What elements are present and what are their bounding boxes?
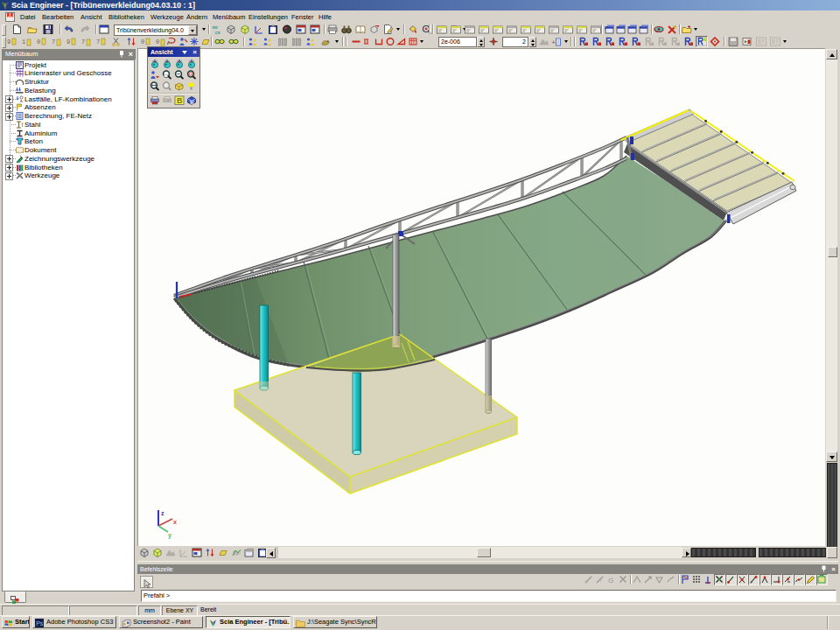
svg-text:cm: cm [215,31,220,35]
svg-text:Ps: Ps [36,620,44,626]
svg-text:z: z [161,510,164,516]
svg-text:+: + [552,39,556,46]
svg-text:67: 67 [758,39,765,46]
svg-text:W: W [190,100,194,105]
svg-text:7: 7 [96,38,100,46]
svg-text:9: 9 [66,38,70,46]
svg-text:7: 7 [52,38,55,46]
svg-text:67: 67 [772,39,779,46]
svg-text:1: 1 [22,38,25,46]
svg-text:9: 9 [7,38,10,46]
svg-text:7: 7 [81,38,85,46]
svg-text:0: 0 [156,38,159,46]
svg-text:Cal: Cal [164,98,170,102]
svg-text:0: 0 [37,38,40,46]
svg-text:B: B [177,96,183,105]
svg-text:G: G [608,577,613,584]
svg-text:0: 0 [141,38,144,46]
svg-text:x: x [173,519,177,525]
svg-text:y: y [168,532,172,539]
